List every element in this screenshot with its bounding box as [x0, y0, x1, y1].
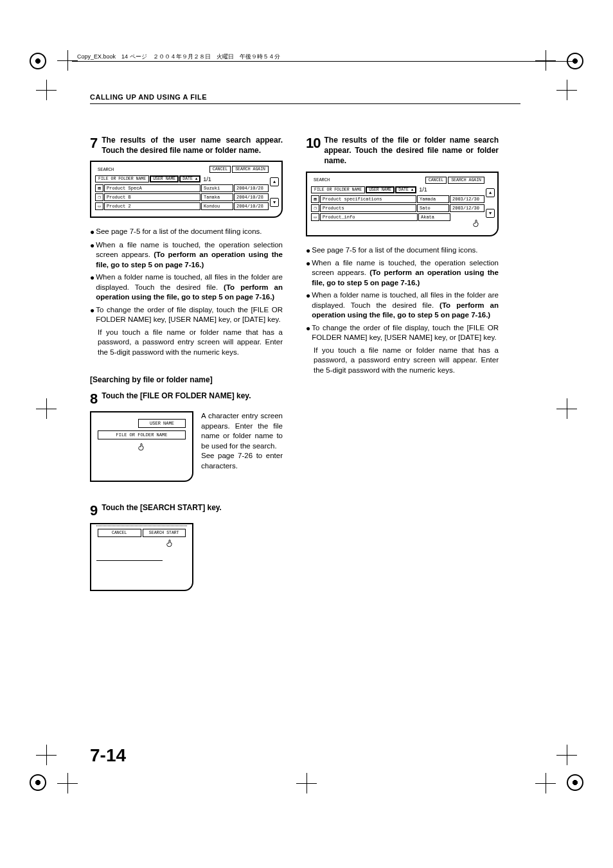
- step-title: Touch the [SEARCH START] key.: [102, 502, 222, 513]
- step-8-heading: 8 Touch the [FILE OR FOLDER NAME] key.: [90, 391, 283, 406]
- user-cell: Kondou: [201, 202, 233, 210]
- user-cell: Akata: [418, 213, 450, 221]
- left-column: 7 The results of the user name search ap…: [90, 135, 283, 600]
- user-cell: Tanaka: [201, 193, 233, 201]
- touch-hand-icon: [95, 538, 188, 549]
- table-row[interactable]: ❐ Product B Tanaka 2004/10/28: [95, 193, 269, 201]
- crop-mark: [560, 84, 573, 96]
- bullet-text: When a file name is touched, the operati…: [312, 258, 499, 288]
- crop-mark: [40, 402, 53, 415]
- file-name-cell: Product_info: [320, 213, 418, 221]
- bullet-list: ●See page 7-5 for a list of the document…: [306, 245, 499, 343]
- bullet-text: When a file name is touched, the operati…: [96, 240, 283, 270]
- page-number: 7-14: [90, 745, 126, 766]
- tab-date[interactable]: DATE ▲: [179, 175, 200, 182]
- step-10-heading: 10 The results of the file or folder nam…: [306, 135, 499, 166]
- tab-date[interactable]: DATE ▲: [395, 186, 416, 193]
- touch-hand-icon: [95, 442, 188, 452]
- search-results-panel-10: SEARCH CANCEL SEARCH AGAIN FILE OR FOLDE…: [306, 172, 499, 236]
- sort-asc-icon: ▲: [411, 188, 414, 192]
- step-number: 8: [90, 392, 98, 406]
- bullet-text: To change the order of file display, tou…: [96, 305, 283, 325]
- bullet-icon: ●: [90, 305, 94, 325]
- bullet-text: To change the order of file display, tou…: [312, 323, 499, 343]
- file-or-folder-name-button[interactable]: FILE OR FOLDER NAME: [98, 430, 186, 439]
- note-text: If you touch a file name or folder name …: [98, 328, 283, 358]
- panel-title: SEARCH: [95, 167, 208, 172]
- table-row[interactable]: ▤ Product SpecA Suzuki 2004/10/28: [95, 184, 269, 192]
- file-name-cell: Product specifications: [320, 195, 416, 203]
- step-7-heading: 7 The results of the user name search ap…: [90, 135, 283, 155]
- step-9-heading: 9 Touch the [SEARCH START] key.: [90, 502, 283, 518]
- date-cell: 2004/10/28: [234, 202, 269, 210]
- bullet-icon: ●: [306, 258, 310, 288]
- file-name-cell: Product B: [104, 193, 200, 201]
- scroll-down-button[interactable]: ▼: [486, 209, 495, 218]
- date-cell: 2003/12/30: [450, 204, 484, 212]
- date-cell: 2003/12/30: [450, 195, 484, 203]
- scroll-up-button[interactable]: ▲: [486, 188, 495, 197]
- crop-mark: [539, 777, 552, 790]
- cancel-button[interactable]: CANCEL: [425, 177, 447, 184]
- scroll-down-button[interactable]: ▼: [270, 198, 279, 207]
- step-title: The results of the user name search appe…: [102, 135, 283, 155]
- crop-mark: [61, 54, 74, 67]
- step-number: 10: [306, 136, 320, 150]
- crop-mark: [40, 84, 53, 96]
- search-again-button[interactable]: SEARCH AGAIN: [448, 177, 484, 184]
- table-row[interactable]: ▤ Product specifications Yamada 2003/12/…: [311, 195, 484, 203]
- tab-user-name[interactable]: USER NAME: [150, 175, 179, 182]
- copy-icon: ❐: [95, 193, 103, 201]
- user-name-button[interactable]: USER NAME: [138, 419, 186, 428]
- copy-icon: ❐: [311, 204, 319, 212]
- bullet-icon: ●: [306, 290, 310, 321]
- running-header: CALLING UP AND USING A FILE: [90, 93, 520, 104]
- bullet-text: See page 7-5 for a list of the document …: [96, 227, 283, 237]
- search-start-button[interactable]: SEARCH START: [143, 529, 186, 537]
- sort-asc-icon: ▲: [195, 177, 198, 181]
- table-row[interactable]: ▭ Product 2 Kondou 2004/10/28: [95, 202, 269, 210]
- tab-file-or-folder[interactable]: FILE OR FOLDER NAME: [311, 186, 365, 193]
- print-job-info: Copy_EX.book 14 ページ ２００４年９月２８日 火曜日 午後９時５…: [77, 53, 280, 61]
- page-indicator: 1/1: [203, 176, 211, 182]
- bullet-icon: ●: [90, 272, 94, 303]
- header-rule: [72, 61, 574, 62]
- folder-icon: ▭: [95, 202, 103, 210]
- step-8-text: A character entry screen appears. Enter …: [201, 411, 283, 491]
- bullet-text: See page 7-5 for a list of the document …: [312, 245, 499, 256]
- user-cell: Sato: [417, 204, 449, 212]
- page-content: CALLING UP AND USING A FILE 7 The result…: [90, 93, 520, 600]
- reg-mark: [30, 774, 46, 791]
- panel-title: SEARCH: [311, 177, 424, 182]
- search-results-panel-7: SEARCH CANCEL SEARCH AGAIN FILE OR FOLDE…: [90, 161, 283, 218]
- bullet-icon: ●: [306, 245, 310, 256]
- table-row[interactable]: ❐ Products Sato 2003/12/30: [311, 204, 484, 212]
- crop-mark: [539, 54, 552, 67]
- step-title: Touch the [FILE OR FOLDER NAME] key.: [102, 391, 251, 401]
- step-number: 9: [90, 504, 98, 518]
- bullet-icon: ●: [90, 227, 94, 237]
- crop-mark: [560, 748, 573, 761]
- date-cell: 2004/10/28: [234, 193, 269, 201]
- right-column: 10 The results of the file or folder nam…: [306, 135, 499, 600]
- doc-icon: ▤: [95, 184, 103, 192]
- search-again-button[interactable]: SEARCH AGAIN: [232, 166, 269, 173]
- crop-mark: [560, 402, 573, 415]
- bullet-icon: ●: [90, 240, 94, 270]
- cancel-button[interactable]: CANCEL: [209, 166, 231, 173]
- step-title: The results of the file or folder name s…: [324, 135, 499, 166]
- scroll-up-button[interactable]: ▲: [270, 177, 279, 186]
- file-name-cell: Products: [320, 204, 416, 212]
- note-text: If you touch a file name or folder name …: [314, 346, 499, 376]
- crop-mark: [300, 777, 313, 790]
- tab-file-or-folder[interactable]: FILE OR FOLDER NAME: [95, 175, 149, 182]
- cancel-button[interactable]: CANCEL: [98, 529, 141, 537]
- tab-user-name[interactable]: USER NAME: [366, 186, 395, 193]
- folder-icon: ▭: [311, 213, 319, 221]
- table-row[interactable]: ▭ Product_info Akata: [311, 213, 484, 221]
- bullet-text: When a folder name is touched, all files…: [312, 290, 499, 321]
- page-indicator: 1/1: [419, 186, 427, 193]
- date-cell: 2004/10/28: [234, 184, 269, 192]
- reg-mark: [567, 774, 583, 791]
- file-folder-entry-panel: USER NAME FILE OR FOLDER NAME: [90, 411, 193, 482]
